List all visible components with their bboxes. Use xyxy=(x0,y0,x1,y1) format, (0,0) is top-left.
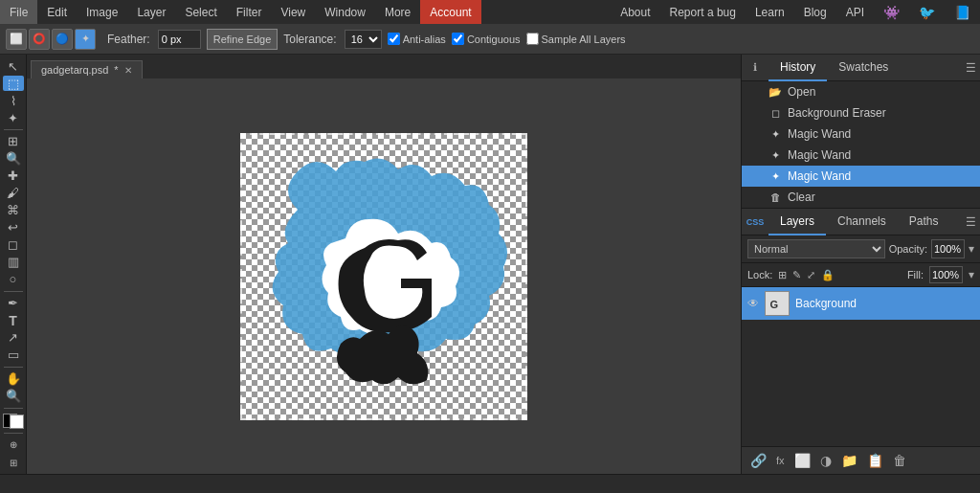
anti-alias-checkbox[interactable] xyxy=(388,33,400,45)
refine-edge-button[interactable]: Refine Edge xyxy=(207,29,278,50)
hand-tool[interactable]: ✋ xyxy=(3,370,24,386)
dodge-tool[interactable]: ○ xyxy=(3,272,24,287)
menu-edit[interactable]: Edit xyxy=(37,0,77,24)
tab-layers[interactable]: Layers xyxy=(768,209,826,235)
rect-select-icon[interactable]: ⬜ xyxy=(6,29,27,50)
contiguous-label[interactable]: Contiguous xyxy=(452,33,521,45)
menu-facebook-icon[interactable]: 📘 xyxy=(945,0,980,24)
magic-wand-select-icon[interactable]: ✦ xyxy=(75,29,96,50)
history-item-clear[interactable]: 🗑 Clear xyxy=(742,187,980,208)
tab-channels[interactable]: Channels xyxy=(826,209,898,235)
history-item-wand-3[interactable]: ✦ Magic Wand xyxy=(742,166,980,187)
eraser-icon: ◻ xyxy=(768,106,782,120)
menu-twitter-icon[interactable]: 🐦 xyxy=(909,0,945,24)
menu-report-bug[interactable]: Report a bug xyxy=(660,0,746,24)
tolerance-select[interactable]: 16 8 32 64 xyxy=(345,30,382,49)
clone-tool[interactable]: ⌘ xyxy=(3,203,24,218)
panel-info-icon[interactable]: ℹ xyxy=(742,55,768,81)
crop-tool[interactable]: ⊞ xyxy=(3,134,24,149)
history-panel-menu[interactable]: ☰ xyxy=(961,55,980,81)
tab-history[interactable]: History xyxy=(768,55,827,81)
ellipse-select-icon[interactable]: ⭕ xyxy=(29,29,50,50)
tab-paths[interactable]: Paths xyxy=(898,209,950,235)
canvas-viewport[interactable] xyxy=(27,78,741,474)
eraser-tool[interactable]: ◻ xyxy=(3,237,24,253)
spot-heal-tool[interactable]: ✚ xyxy=(3,168,24,184)
menu-layer[interactable]: Layer xyxy=(127,0,175,24)
tab-close-button[interactable]: ✕ xyxy=(124,65,132,76)
layer-delete-btn[interactable]: 🗑 xyxy=(890,451,909,470)
sample-all-label[interactable]: Sample All Layers xyxy=(526,33,626,45)
eyedropper-tool[interactable]: 🔍 xyxy=(3,151,24,167)
quick-select-tool[interactable]: ✦ xyxy=(3,110,24,125)
layer-adjustment-btn[interactable]: ◑ xyxy=(817,451,835,470)
history-tab-row: ℹ History Swatches ☰ xyxy=(742,55,980,81)
layers-panel: CSS Layers Channels Paths ☰ Normal Disso… xyxy=(742,209,980,474)
layer-new-btn[interactable]: 📋 xyxy=(864,451,886,470)
history-wand-1-label: Magic Wand xyxy=(788,127,851,141)
fill-input[interactable] xyxy=(929,266,963,283)
brush-tool[interactable]: 🖌 xyxy=(3,186,24,201)
menu-api[interactable]: API xyxy=(836,0,874,24)
menu-reddit-icon[interactable]: 👾 xyxy=(874,0,909,24)
shape-tool[interactable]: ▭ xyxy=(3,347,24,363)
history-brush-tool[interactable]: ↩ xyxy=(3,220,24,235)
fill-arrow[interactable]: ▾ xyxy=(969,268,974,281)
menu-view[interactable]: View xyxy=(271,0,315,24)
document-tab[interactable]: gadgetarq.psd * ✕ xyxy=(31,60,143,78)
menu-learn[interactable]: Learn xyxy=(746,0,794,24)
lasso-select-icon[interactable]: 🔵 xyxy=(52,29,73,50)
gradient-tool[interactable]: ▥ xyxy=(3,255,24,270)
layers-panel-menu[interactable]: ☰ xyxy=(961,209,980,235)
menu-filter[interactable]: Filter xyxy=(227,0,272,24)
options-bar: ⬜ ⭕ 🔵 ✦ Feather: Refine Edge Tolerance: … xyxy=(0,24,980,55)
anti-alias-label[interactable]: Anti-alias xyxy=(388,33,446,45)
history-open-label: Open xyxy=(788,85,815,99)
blend-mode-select[interactable]: Normal Dissolve Multiply Screen Overlay xyxy=(747,239,885,258)
history-item-open[interactable]: 📂 Open xyxy=(742,81,980,102)
feather-input[interactable] xyxy=(158,30,201,49)
layer-thumb-content: G xyxy=(766,292,789,315)
layer-fx-btn[interactable]: fx xyxy=(773,453,788,468)
contiguous-checkbox[interactable] xyxy=(452,33,464,45)
tab-swatches[interactable]: Swatches xyxy=(827,55,900,81)
layer-group-btn[interactable]: 📁 xyxy=(838,451,860,470)
pen-tool[interactable]: ✒ xyxy=(3,296,24,311)
sample-all-checkbox[interactable] xyxy=(526,33,539,45)
history-item-wand-2[interactable]: ✦ Magic Wand xyxy=(742,145,980,166)
menu-image[interactable]: Image xyxy=(77,0,127,24)
lock-move-btn[interactable]: ✎ xyxy=(792,269,801,281)
text-tool[interactable]: T xyxy=(3,313,24,328)
menu-file[interactable]: File xyxy=(0,0,37,24)
history-item-bg-eraser[interactable]: ◻ Background Eraser xyxy=(742,102,980,123)
lock-pixels-btn[interactable]: ⊞ xyxy=(778,269,787,281)
history-item-wand-1[interactable]: ✦ Magic Wand xyxy=(742,123,980,145)
css-icon: CSS xyxy=(742,209,768,235)
menu-more[interactable]: More xyxy=(375,0,420,24)
opacity-input[interactable] xyxy=(931,239,965,258)
menu-select[interactable]: Select xyxy=(175,0,226,24)
background-color[interactable] xyxy=(10,415,24,429)
color-picker[interactable] xyxy=(3,414,24,429)
menu-about[interactable]: About xyxy=(611,0,659,24)
zoom-tool[interactable]: 🔍 xyxy=(3,388,24,403)
layer-link-btn[interactable]: 🔗 xyxy=(747,451,769,470)
feather-label: Feather: xyxy=(107,33,150,46)
layer-row-background[interactable]: 👁 G Background xyxy=(742,287,980,320)
layer-mask-btn[interactable]: ⬜ xyxy=(791,451,813,470)
menu-blog[interactable]: Blog xyxy=(794,0,836,24)
opacity-arrow[interactable]: ▾ xyxy=(969,242,974,256)
screen-mode-tool[interactable]: ⊞ xyxy=(3,455,24,470)
move-tool[interactable]: ↖ xyxy=(3,58,24,74)
lock-artboard-btn[interactable]: ⤢ xyxy=(807,269,815,281)
path-select-tool[interactable]: ↗ xyxy=(3,330,24,346)
lock-all-btn[interactable]: 🔒 xyxy=(821,269,835,281)
menu-account[interactable]: Account xyxy=(420,0,480,24)
layers-tab-row: CSS Layers Channels Paths ☰ xyxy=(742,209,980,235)
fill-label: Fill: xyxy=(907,269,924,280)
marquee-tool[interactable]: ⬚ xyxy=(3,76,24,91)
layer-visibility-toggle[interactable]: 👁 xyxy=(747,297,759,310)
quick-mask-tool[interactable]: ⊕ xyxy=(3,437,24,453)
menu-window[interactable]: Window xyxy=(315,0,375,24)
lasso-tool[interactable]: ⌇ xyxy=(3,93,24,108)
